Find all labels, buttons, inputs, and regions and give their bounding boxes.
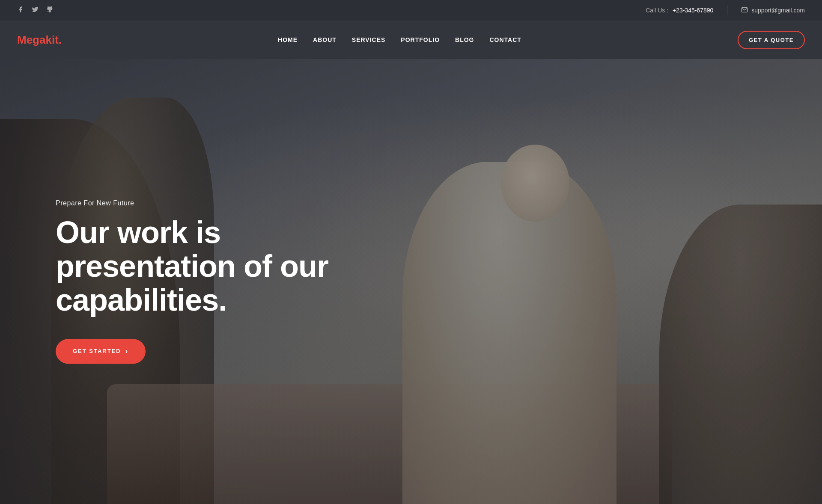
nav-item-about[interactable]: ABOUT	[313, 36, 337, 44]
github-icon[interactable]	[46, 6, 53, 15]
email-address: support@gmail.com	[751, 7, 805, 14]
navbar: Megakit. HOME ABOUT SERVICES PORTFOLIO B…	[0, 21, 822, 59]
get-quote-button[interactable]: GET A QUOTE	[738, 31, 805, 49]
get-started-button[interactable]: GET STARTED ›	[56, 339, 146, 364]
nav-menu: HOME ABOUT SERVICES PORTFOLIO BLOG CONTA…	[278, 36, 521, 44]
divider	[727, 5, 727, 15]
hero-subtitle: Prepare For New Future	[56, 199, 328, 207]
call-label: Call Us : +23-345-67890	[646, 7, 713, 14]
nav-item-portfolio[interactable]: PORTFOLIO	[401, 36, 440, 44]
email-icon	[741, 6, 748, 15]
hero-section: Prepare For New Future Our work is prese…	[0, 59, 822, 504]
arrow-right-icon: ›	[125, 347, 128, 355]
logo[interactable]: Megakit.	[17, 33, 62, 47]
top-bar: Call Us : +23-345-67890 support@gmail.co…	[0, 0, 822, 21]
facebook-icon[interactable]	[17, 6, 24, 15]
nav-item-contact[interactable]: CONTACT	[489, 36, 521, 44]
nav-item-home[interactable]: HOME	[278, 36, 298, 44]
social-links	[17, 6, 53, 15]
nav-item-blog[interactable]: BLOG	[455, 36, 474, 44]
twitter-icon[interactable]	[32, 6, 39, 15]
hero-content: Prepare For New Future Our work is prese…	[56, 199, 328, 364]
email-info: support@gmail.com	[741, 6, 805, 15]
nav-item-services[interactable]: SERVICES	[352, 36, 386, 44]
hero-title: Our work is presentation of our capabili…	[56, 216, 328, 317]
contact-info: Call Us : +23-345-67890 support@gmail.co…	[646, 5, 805, 15]
